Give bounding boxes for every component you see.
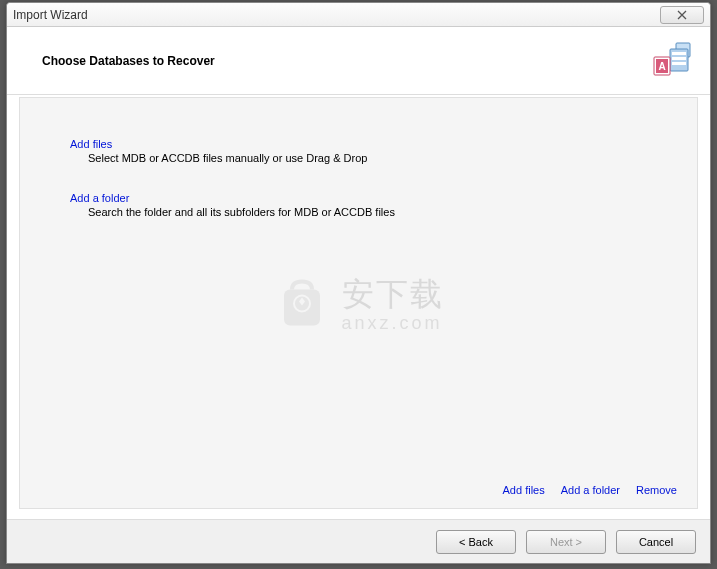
database-recovery-icon: A: [650, 39, 694, 85]
add-files-link[interactable]: Add files: [70, 138, 647, 150]
watermark-url: anxz.com: [342, 313, 444, 334]
add-files-option: Add files Select MDB or ACCDB files manu…: [70, 138, 647, 164]
close-button[interactable]: [660, 6, 704, 24]
svg-rect-4: [672, 62, 686, 65]
svg-point-8: [294, 295, 310, 311]
back-button[interactable]: < Back: [436, 530, 516, 554]
svg-text:A: A: [658, 61, 665, 72]
add-files-description: Select MDB or ACCDB files manually or us…: [88, 152, 647, 164]
content-area: Add files Select MDB or ACCDB files manu…: [19, 97, 698, 509]
window-title: Import Wizard: [13, 8, 660, 22]
svg-rect-3: [672, 57, 686, 60]
import-wizard-window: Import Wizard Choose Databases to Recove…: [6, 2, 711, 564]
add-folder-description: Search the folder and all its subfolders…: [88, 206, 647, 218]
add-folder-option: Add a folder Search the folder and all i…: [70, 192, 647, 218]
add-folder-bottom-link[interactable]: Add a folder: [561, 484, 620, 496]
bottom-action-links: Add files Add a folder Remove: [503, 484, 678, 496]
add-files-bottom-link[interactable]: Add files: [503, 484, 545, 496]
close-icon: [677, 10, 687, 20]
titlebar: Import Wizard: [7, 3, 710, 27]
page-title: Choose Databases to Recover: [42, 54, 215, 68]
watermark: 安下载 anxz.com: [274, 273, 444, 334]
wizard-header: Choose Databases to Recover A: [7, 27, 710, 95]
add-folder-link[interactable]: Add a folder: [70, 192, 647, 204]
svg-rect-7: [284, 289, 320, 325]
watermark-text: 安下载: [342, 273, 444, 317]
cancel-button[interactable]: Cancel: [616, 530, 696, 554]
wizard-footer: < Back Next > Cancel: [7, 519, 710, 563]
lock-bag-icon: [274, 275, 330, 331]
svg-rect-2: [672, 52, 686, 55]
remove-link[interactable]: Remove: [636, 484, 677, 496]
next-button: Next >: [526, 530, 606, 554]
